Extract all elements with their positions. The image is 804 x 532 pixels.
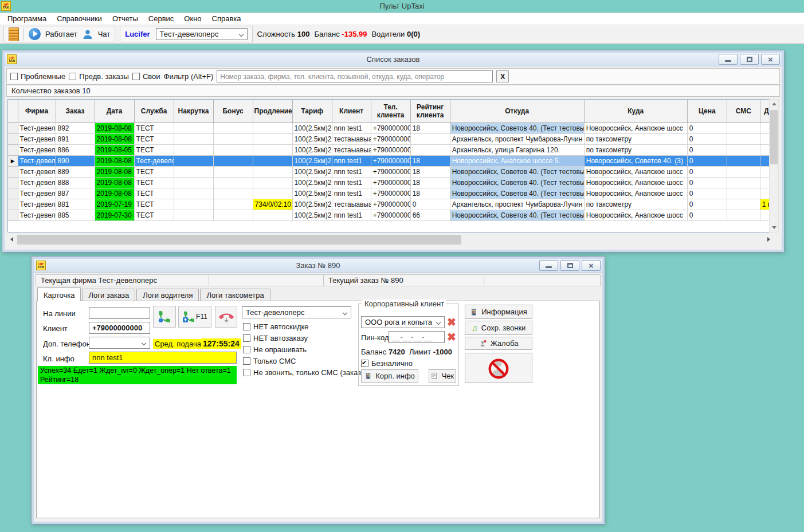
on-line-input[interactable] [89,307,150,319]
cell-service[interactable]: ТЕСТ [134,210,174,220]
cell-order[interactable]: 888 [56,177,95,188]
table-row[interactable]: ▶Тест-девелоперс8902019-08-08 1Тест-деве… [8,155,773,166]
cell-client[interactable]: тестаыавыа [332,133,371,144]
cell-service[interactable]: Тест-девело [134,155,174,166]
cell-client[interactable]: nnn test1 [332,166,371,177]
horizontal-scrollbar[interactable] [7,235,773,245]
cell-markup[interactable] [174,199,213,210]
cell-date[interactable]: 2019-07-30 0 [95,210,134,220]
cell-extension[interactable] [253,133,292,144]
table-row[interactable]: Тест-девелоперс8892019-08-08 1ТЕСТ100(2.… [8,166,773,177]
cell-firm[interactable]: Тест-девелоперс [18,123,56,133]
cell-markup[interactable] [174,123,213,133]
call-redial-button[interactable] [153,306,176,328]
cell-sms[interactable] [727,177,760,188]
cell-phone[interactable]: +7900000000 [371,155,410,166]
cell-to[interactable]: по таксометру [584,133,687,144]
order-window-titlebar[interactable]: UPTAXI Заказ № 890 × [34,259,602,273]
cell-bonus[interactable] [213,123,253,133]
menu-program[interactable]: Программа [2,13,52,25]
cell-from[interactable]: Новороссийск, Советов 40. (Тест тестовый [450,210,584,220]
cell-bonus[interactable] [213,177,253,188]
cell-firm[interactable]: Тест-девелоперс [18,177,56,188]
checkbox-icon[interactable] [243,334,250,342]
cell-order[interactable]: 886 [56,144,95,155]
cell-date[interactable]: 2019-08-08 1 [95,166,134,177]
cell-client[interactable]: nnn test1 [332,177,371,188]
checkbox-icon[interactable] [69,73,76,80]
cell-tariff[interactable]: 100(2.5км)2 [292,123,332,133]
cell-date[interactable]: 2019-08-05 1 [95,144,134,155]
table-row[interactable]: Тест-девелоперс8922019-08-08 1ТЕСТ100(2.… [8,123,773,133]
minimize-button[interactable] [539,260,558,271]
complaint-button[interactable]: Жалоба [465,337,532,350]
cell-firm[interactable]: Тест-девелоперс [18,166,56,177]
cell-extension[interactable]: 734/0/02:10:1 [253,199,292,210]
cell-extension[interactable] [253,166,292,177]
col-markup[interactable]: Накрутка [174,100,213,123]
col-from[interactable]: Откуда [450,100,584,123]
cell-phone[interactable]: +7900000000 [371,199,410,210]
cell-order[interactable]: 881 [56,199,95,210]
cell-tariff[interactable]: 100(2.5км)2 [292,155,332,166]
cell-firm[interactable]: Тест-девелоперс [18,155,56,166]
cell-client[interactable]: nnn test1 [332,210,371,220]
orders-window-titlebar[interactable]: UPTAXI Список заказов × [5,53,782,66]
no-survey-checkbox[interactable]: Не опрашивать [243,345,307,354]
cell-bonus[interactable] [213,144,253,155]
cell-date[interactable]: 2019-07-19 1 [95,199,134,210]
cell-extension[interactable] [253,155,292,166]
filter-input[interactable] [217,70,493,82]
cell-order[interactable]: 890 [56,155,95,166]
col-tariff[interactable]: Тариф [292,100,332,123]
cell-rating[interactable]: 18 [410,155,450,166]
cell-price[interactable]: 0 [687,210,727,220]
cell-marker[interactable] [8,144,18,155]
play-status-icon[interactable] [29,28,41,40]
cell-bonus[interactable] [213,155,253,166]
cell-to[interactable]: Новороссийск, Анапское шосс [584,188,687,199]
cell-service[interactable]: ТЕСТ [134,188,174,199]
cell-phone[interactable]: +7900000000 [371,177,410,188]
menu-window[interactable]: Окно [179,13,206,25]
cell-price[interactable]: 0 [687,166,727,177]
cell-sms[interactable] [727,133,760,144]
cell-to[interactable]: Новороссийск, Анапское шосс [584,210,687,220]
checkbox-icon[interactable] [243,323,250,330]
cell-from[interactable]: Новороссийск, Советов 40. (Тест тестовый [450,166,584,177]
cell-date[interactable]: 2019-08-08 1 [95,133,134,144]
cell-date[interactable]: 2019-08-08 1 [95,155,134,166]
cell-to[interactable]: Новороссийск, Советов 40. (3) [584,155,687,166]
tab-taximeter-logs[interactable]: Логи таксометра [200,289,270,301]
cell-service[interactable]: ТЕСТ [134,199,174,210]
no-autodiscount-checkbox[interactable]: НЕТ автоскидке [243,322,309,331]
vertical-scrollbar[interactable] [769,99,779,232]
cell-sms[interactable] [727,188,760,199]
cell-client[interactable]: тестаыавыа [332,144,371,155]
no-call-sms-only-checkbox[interactable]: Не звонить, только СМС (заказ) [243,368,363,377]
cell-client[interactable]: тестаыавыа [332,199,371,210]
tab-card[interactable]: Карточка [37,287,81,301]
col-rating[interactable]: Рейтинг клиента [410,100,450,123]
cell-order[interactable]: 885 [56,210,95,220]
col-sms[interactable]: СМС [727,100,760,123]
cell-markup[interactable] [174,144,213,155]
cell-from[interactable]: Архангельск, улица Гагарина 120. [450,144,584,155]
cell-firm[interactable]: Тест-девелоперс [18,199,56,210]
cell-rating[interactable] [410,133,450,144]
cell-sms[interactable] [727,210,760,220]
horizontal-scroll-thumb[interactable] [17,235,461,245]
cell-tariff[interactable]: 100(2.5км)2 [292,188,332,199]
scroll-left-icon[interactable] [10,237,13,242]
restore-button[interactable] [740,54,759,65]
col-phone[interactable]: Тел. клиента [371,100,410,123]
cell-phone[interactable]: +7900000000 [371,166,410,177]
cell-bonus[interactable] [213,210,253,220]
cell-sms[interactable] [727,144,760,155]
cell-rating[interactable]: 18 [410,166,450,177]
cell-rating[interactable]: 0 [410,199,450,210]
cell-date[interactable]: 2019-08-08 1 [95,177,134,188]
minimize-button[interactable] [719,54,738,65]
firm-select[interactable]: Тест-девелоперс [156,28,248,40]
menu-directories[interactable]: Справочники [52,13,107,25]
